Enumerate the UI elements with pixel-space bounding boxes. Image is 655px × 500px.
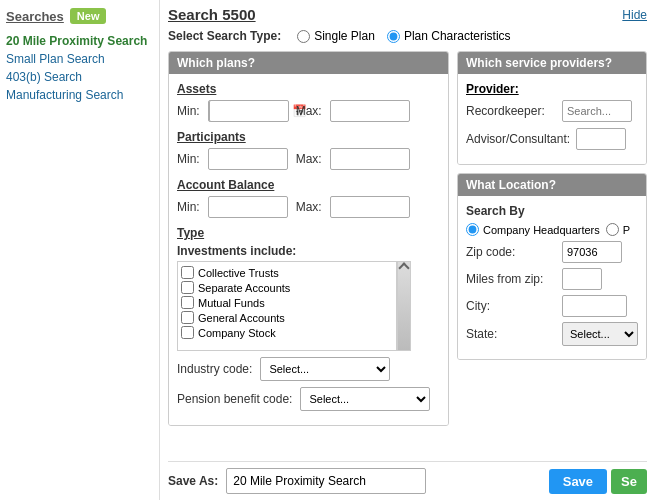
radio-location-other-input[interactable] (606, 223, 619, 236)
participants-max-input[interactable] (330, 148, 410, 170)
pension-code-row: Pension benefit code: Select... (177, 387, 440, 411)
search-title: Search 5500 (168, 6, 256, 23)
advisor-row: Advisor/Consultant: (466, 128, 638, 150)
recordkeeper-row: Recordkeeper: (466, 100, 638, 122)
state-select[interactable]: Select... (562, 322, 638, 346)
hide-link[interactable]: Hide (622, 8, 647, 22)
radio-company-hq-input[interactable] (466, 223, 479, 236)
radio-location-other[interactable]: P (606, 223, 630, 236)
sidebar-item-manufacturing[interactable]: Manufacturing Search (6, 86, 153, 104)
radio-single-plan-label: Single Plan (314, 29, 375, 43)
advisor-label: Advisor/Consultant: (466, 132, 570, 146)
account-balance-section: Account Balance Min: Max: (177, 178, 440, 218)
sidebar-item-403b[interactable]: 403(b) Search (6, 68, 153, 86)
search-by-radio-row: Company Headquarters P (466, 223, 638, 236)
scroll-up-icon (398, 262, 409, 273)
which-providers-body: Provider: Recordkeeper: Advisor/Consulta… (458, 74, 646, 164)
checkbox-mutual-funds-label: Mutual Funds (198, 297, 265, 309)
checkbox-list-wrapper: Collective Trusts Separate Accounts Mutu… (177, 261, 440, 351)
type-section: Type Investments include: Collective Tru… (177, 226, 440, 411)
assets-max-input[interactable] (330, 100, 410, 122)
search-button[interactable]: Se (611, 469, 647, 494)
footer-row: Save As: Save Se (168, 461, 647, 494)
account-balance-min-max: Min: Max: (177, 196, 440, 218)
checkbox-general-accounts-input[interactable] (181, 311, 194, 324)
pension-code-select[interactable]: Select... (300, 387, 430, 411)
checkbox-separate-accounts-label: Separate Accounts (198, 282, 290, 294)
participants-section: Participants Min: Max: (177, 130, 440, 170)
assets-section: Assets Min: 📅 Max: (177, 82, 440, 122)
account-balance-min-label: Min: (177, 200, 200, 214)
panel-left: Which plans? Assets Min: 📅 Ma (168, 51, 449, 453)
checkbox-general-accounts-label: General Accounts (198, 312, 285, 324)
radio-single-plan-input[interactable] (297, 30, 310, 43)
assets-min-label: Min: (177, 104, 200, 118)
recordkeeper-input[interactable] (562, 100, 632, 122)
checkbox-company-stock: Company Stock (181, 325, 393, 340)
account-balance-min-input[interactable] (208, 196, 288, 218)
sidebar: Searches New 20 Mile Proximity Search Sm… (0, 0, 160, 500)
which-plans-header: Which plans? (169, 52, 448, 74)
save-as-label: Save As: (168, 474, 218, 488)
search-type-label: Select Search Type: (168, 29, 281, 43)
which-plans-box: Which plans? Assets Min: 📅 Ma (168, 51, 449, 426)
checkbox-mutual-funds-input[interactable] (181, 296, 194, 309)
miles-label: Miles from zip: (466, 272, 556, 286)
miles-input[interactable] (562, 268, 602, 290)
checkbox-collective-trusts-input[interactable] (181, 266, 194, 279)
assets-min-input-wrap: 📅 (208, 100, 288, 122)
city-row: City: (466, 295, 638, 317)
save-as-input[interactable] (226, 468, 426, 494)
new-badge[interactable]: New (70, 8, 107, 24)
zip-row: Zip code: (466, 241, 638, 263)
pension-code-label: Pension benefit code: (177, 392, 292, 406)
checkbox-company-stock-input[interactable] (181, 326, 194, 339)
searches-link[interactable]: Searches (6, 9, 64, 24)
account-balance-max-label: Max: (296, 200, 322, 214)
radio-company-hq[interactable]: Company Headquarters (466, 223, 600, 236)
city-label: City: (466, 299, 556, 313)
sidebar-item-small-plan[interactable]: Small Plan Search (6, 50, 153, 68)
main-header: Search 5500 Hide (168, 6, 647, 23)
radio-plan-char-input[interactable] (387, 30, 400, 43)
search-type-row: Select Search Type: Single Plan Plan Cha… (168, 29, 647, 43)
city-input[interactable] (562, 295, 627, 317)
radio-location-other-label: P (623, 224, 630, 236)
checkbox-collective-trusts: Collective Trusts (181, 265, 393, 280)
participants-max-label: Max: (296, 152, 322, 166)
which-plans-body: Assets Min: 📅 Max: (169, 74, 448, 425)
state-row: State: Select... (466, 322, 638, 346)
checkbox-mutual-funds: Mutual Funds (181, 295, 393, 310)
which-providers-header: Which service providers? (458, 52, 646, 74)
what-location-body: Search By Company Headquarters P (458, 196, 646, 359)
assets-min-input[interactable] (209, 100, 289, 122)
save-as-row: Save As: (168, 468, 426, 494)
participants-min-label: Min: (177, 152, 200, 166)
footer-buttons: Save Se (549, 469, 647, 494)
industry-code-select[interactable]: Select... (260, 357, 390, 381)
industry-code-row: Industry code: Select... (177, 357, 440, 381)
recordkeeper-label: Recordkeeper: (466, 104, 556, 118)
participants-min-input[interactable] (208, 148, 288, 170)
checkbox-separate-accounts: Separate Accounts (181, 280, 393, 295)
which-providers-box: Which service providers? Provider: Recor… (457, 51, 647, 165)
radio-single-plan[interactable]: Single Plan (297, 29, 375, 43)
sidebar-active-item[interactable]: 20 Mile Proximity Search (6, 32, 153, 50)
zip-label: Zip code: (466, 245, 556, 259)
radio-plan-char[interactable]: Plan Characteristics (387, 29, 511, 43)
miles-row: Miles from zip: (466, 268, 638, 290)
type-title: Type (177, 226, 440, 240)
advisor-input[interactable] (576, 128, 626, 150)
checkbox-scrollbar[interactable] (397, 261, 411, 351)
checkbox-company-stock-label: Company Stock (198, 327, 276, 339)
checkbox-separate-accounts-input[interactable] (181, 281, 194, 294)
zip-input[interactable] (562, 241, 622, 263)
what-location-box: What Location? Search By Company Headqua… (457, 173, 647, 360)
investments-label: Investments include: (177, 244, 440, 258)
panel-right: Which service providers? Provider: Recor… (457, 51, 647, 453)
save-button[interactable]: Save (549, 469, 607, 494)
checkbox-general-accounts: General Accounts (181, 310, 393, 325)
account-balance-max-input[interactable] (330, 196, 410, 218)
assets-max-label: Max: (296, 104, 322, 118)
search-by-row: Search By (466, 204, 638, 218)
